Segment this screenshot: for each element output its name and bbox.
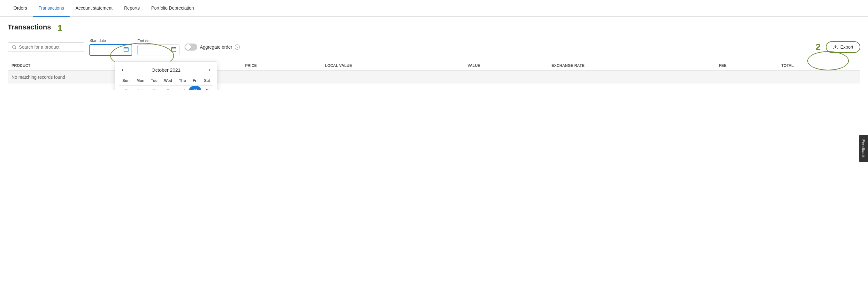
annotation-2: 2 xyxy=(816,42,821,52)
col-exchange-rate: EXCHANGE RATE xyxy=(548,61,715,71)
end-date-calendar-icon[interactable] xyxy=(171,47,177,53)
title-row: Transactions 1 xyxy=(8,23,860,33)
col-price: PRICE xyxy=(241,61,321,71)
svg-rect-2 xyxy=(124,47,128,52)
start-date-input[interactable]: 01/10/2021 xyxy=(93,47,121,53)
calendar-day[interactable]: 27 xyxy=(133,86,148,90)
export-button[interactable]: Export xyxy=(826,41,860,53)
calendar-popup: ‹ October 2021 › Sun Mon Tue Wed Thu Fri… xyxy=(115,61,217,90)
start-date-label: Start date xyxy=(89,38,132,43)
cal-sun: Sun xyxy=(119,77,133,86)
cal-wed: Wed xyxy=(160,77,176,86)
end-date-input[interactable]: 01/10/2021 xyxy=(140,47,169,53)
annotation-1: 1 xyxy=(58,23,63,33)
col-fee: FEE xyxy=(715,61,777,71)
calendar-grid: Sun Mon Tue Wed Thu Fri Sat 262728293001… xyxy=(119,77,213,90)
cal-thu: Thu xyxy=(176,77,189,86)
start-date-input-row: 01/10/2021 xyxy=(89,44,132,56)
nav-reports[interactable]: Reports xyxy=(118,0,145,17)
calendar-prev-button[interactable]: ‹ xyxy=(119,65,126,74)
start-date-calendar-icon[interactable] xyxy=(123,47,129,53)
calendar-week-row: 26272829300102 xyxy=(119,86,213,90)
search-box xyxy=(8,42,84,52)
cal-tue: Tue xyxy=(148,77,160,86)
calendar-day[interactable]: 30 xyxy=(176,86,189,90)
aggregate-toggle[interactable] xyxy=(185,44,197,51)
end-date-label: End date xyxy=(137,39,180,43)
aggregate-label: Aggregate order xyxy=(200,45,232,50)
cal-mon: Mon xyxy=(133,77,148,86)
col-product: PRODUCT xyxy=(8,61,118,71)
svg-point-0 xyxy=(12,46,16,49)
info-icon[interactable]: ? xyxy=(235,45,240,50)
calendar-day[interactable]: 29 xyxy=(160,86,176,90)
end-date-field: End date 01/10/2021 xyxy=(137,39,180,55)
top-nav: Orders Transactions Account statement Re… xyxy=(0,0,868,17)
col-local-value: LOCAL VALUE xyxy=(321,61,464,71)
page-title: Transactions xyxy=(8,23,51,31)
svg-line-1 xyxy=(15,48,16,49)
cal-sat: Sat xyxy=(201,77,213,86)
controls-row: Start date 01/10/2021 End date 01/10/202… xyxy=(8,38,860,56)
main-content: Transactions 1 Start date 01/10/2021 xyxy=(0,17,868,90)
nav-orders[interactable]: Orders xyxy=(8,0,33,17)
calendar-day[interactable]: 28 xyxy=(148,86,160,90)
col-total: TOTAL xyxy=(778,61,860,71)
start-date-field: Start date 01/10/2021 xyxy=(89,38,132,56)
download-icon xyxy=(833,45,838,50)
calendar-day[interactable]: 26 xyxy=(119,86,133,90)
end-date-input-row: 01/10/2021 xyxy=(137,45,180,55)
calendar-header: ‹ October 2021 › xyxy=(119,65,213,74)
nav-portfolio-depreciation[interactable]: Portfolio Depreciation xyxy=(145,0,199,17)
col-value: VALUE xyxy=(464,61,548,71)
nav-transactions[interactable]: Transactions xyxy=(33,0,70,17)
calendar-month-year: October 2021 xyxy=(152,67,181,73)
search-icon xyxy=(12,45,16,50)
calendar-day[interactable]: 01 xyxy=(189,86,201,90)
calendar-day[interactable]: 02 xyxy=(201,86,213,90)
search-input[interactable] xyxy=(19,45,80,50)
nav-account-statement[interactable]: Account statement xyxy=(70,0,118,17)
calendar-days-header: Sun Mon Tue Wed Thu Fri Sat xyxy=(119,77,213,86)
export-area: 2 Export xyxy=(816,41,860,53)
export-label: Export xyxy=(840,45,853,50)
cal-fri: Fri xyxy=(189,77,201,86)
calendar-next-button[interactable]: › xyxy=(206,65,213,74)
svg-rect-6 xyxy=(172,47,176,52)
aggregate-row: Aggregate order ? xyxy=(185,44,240,51)
toggle-knob xyxy=(185,44,191,50)
